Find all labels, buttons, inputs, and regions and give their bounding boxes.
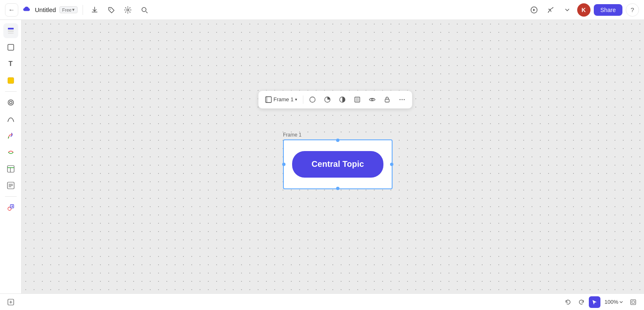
sidebar-item-pages[interactable] <box>3 23 18 38</box>
download-button[interactable] <box>88 3 101 17</box>
pages-icon <box>7 27 15 35</box>
sidebar: T <box>0 20 22 310</box>
svg-rect-7 <box>8 33 14 34</box>
add-page-icon <box>7 299 14 305</box>
fit-view-button[interactable] <box>627 296 639 308</box>
logo <box>22 5 32 15</box>
topbar-left: ← Untitled Free ▾ <box>5 3 151 17</box>
undo-button[interactable] <box>562 296 574 308</box>
search-button[interactable] <box>138 3 151 17</box>
sidebar-item-add-shape[interactable] <box>3 200 18 215</box>
ft-divider-1 <box>303 95 303 104</box>
sidebar-item-text-block[interactable] <box>3 178 18 193</box>
sidebar-divider-1 <box>5 91 17 92</box>
settings-button[interactable] <box>121 3 134 17</box>
connector-icon <box>7 148 15 156</box>
ft-spinner-button[interactable] <box>321 93 334 106</box>
frame-button[interactable]: Frame 1 ▾ <box>262 95 300 105</box>
svg-rect-8 <box>8 44 14 50</box>
avatar-button[interactable]: K <box>577 3 590 17</box>
svg-rect-6 <box>8 30 14 32</box>
frame-chevron-icon: ▾ <box>295 97 297 102</box>
zoom-display[interactable]: 100% <box>602 298 626 306</box>
bottombar: 100% <box>0 293 644 310</box>
topbar-separator-1 <box>83 5 83 15</box>
tag-button[interactable] <box>105 3 118 17</box>
redo-button[interactable] <box>576 296 587 308</box>
undo-icon <box>565 299 571 305</box>
sidebar-item-pen[interactable] <box>3 128 18 143</box>
sidebar-item-note[interactable] <box>3 73 18 88</box>
sidebar-item-shape[interactable] <box>3 40 18 55</box>
handle-left[interactable] <box>282 163 285 166</box>
half-circle-icon <box>339 96 346 103</box>
shape-icon <box>7 43 15 51</box>
bottombar-right: 100% <box>562 296 639 308</box>
plan-badge[interactable]: Free ▾ <box>59 6 78 13</box>
share-label: Share <box>600 7 616 13</box>
zoom-chevron-icon <box>619 300 623 304</box>
avatar-label: K <box>582 7 586 13</box>
circle-icon <box>309 96 316 103</box>
chevron-down-button[interactable] <box>561 3 574 17</box>
frame-box[interactable]: Central Topic <box>283 139 393 189</box>
svg-rect-27 <box>356 98 359 101</box>
pointer-button[interactable] <box>589 296 600 308</box>
svg-point-4 <box>552 7 553 8</box>
play-button[interactable] <box>527 3 541 17</box>
redo-icon <box>578 299 585 305</box>
svg-point-30 <box>400 99 400 100</box>
sidebar-item-text[interactable]: T <box>3 56 18 71</box>
back-button[interactable]: ← <box>5 3 18 17</box>
svg-point-0 <box>110 9 111 10</box>
handle-top[interactable] <box>336 139 339 142</box>
sidebar-item-table[interactable] <box>3 161 18 176</box>
fit-view-icon <box>630 299 637 305</box>
svg-rect-21 <box>266 97 271 103</box>
curve-icon <box>7 115 15 123</box>
ft-eye-button[interactable] <box>366 93 379 106</box>
add-shape-icon <box>7 203 15 212</box>
help-button[interactable]: ? <box>626 3 639 17</box>
frame-label: Frame 1 <box>283 132 393 138</box>
ft-square-button[interactable] <box>351 93 364 106</box>
canvas[interactable]: Frame 1 ▾ <box>22 20 644 310</box>
sidebar-item-shapes-lib[interactable] <box>3 95 18 110</box>
help-icon: ? <box>631 6 634 13</box>
svg-rect-29 <box>385 99 389 102</box>
svg-point-11 <box>10 101 12 104</box>
sidebar-divider-2 <box>5 196 17 197</box>
gear-icon <box>124 6 132 14</box>
svg-point-19 <box>8 207 11 210</box>
ft-lock-button[interactable] <box>381 93 394 106</box>
svg-point-10 <box>8 100 13 105</box>
sidebar-item-connector[interactable] <box>3 145 18 160</box>
frame-label: Frame 1 <box>273 96 293 103</box>
svg-rect-5 <box>8 28 14 29</box>
svg-point-23 <box>310 97 315 102</box>
handle-bottom[interactable] <box>336 187 339 190</box>
ft-half-circle-button[interactable] <box>336 93 349 106</box>
celebrate-icon <box>547 6 554 14</box>
svg-point-28 <box>371 99 373 100</box>
handle-right[interactable] <box>390 163 393 166</box>
svg-point-1 <box>127 9 129 11</box>
floating-toolbar: Frame 1 ▾ <box>258 90 412 109</box>
svg-rect-35 <box>632 301 634 303</box>
share-button[interactable]: Share <box>594 4 622 16</box>
ft-more-button[interactable] <box>395 93 409 106</box>
svg-point-2 <box>142 7 146 12</box>
ft-circle-button[interactable] <box>306 93 319 106</box>
badge-label: Free <box>62 7 72 12</box>
svg-rect-12 <box>7 166 14 172</box>
square-frame-icon <box>354 96 361 103</box>
sidebar-item-curve[interactable] <box>3 112 18 127</box>
central-topic-button[interactable]: Central Topic <box>292 151 383 178</box>
spinner-icon <box>324 96 331 103</box>
text-icon: T <box>9 60 13 68</box>
logo-icon <box>22 5 32 15</box>
celebrate-button[interactable] <box>544 3 557 17</box>
note-icon <box>7 76 15 85</box>
document-title: Untitled <box>35 6 56 13</box>
add-page-button[interactable] <box>5 296 17 308</box>
